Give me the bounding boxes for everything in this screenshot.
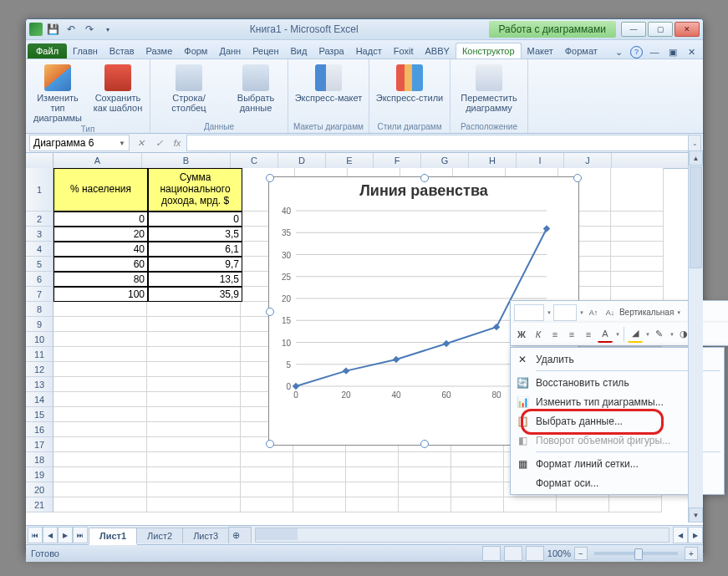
- cell[interactable]: 9,7: [148, 257, 242, 272]
- row-header[interactable]: 12: [26, 362, 53, 377]
- cell[interactable]: 6,1: [148, 242, 242, 257]
- vertical-scrollbar[interactable]: ▲ ▼: [688, 150, 703, 522]
- shrink-font-icon[interactable]: A↓: [603, 305, 618, 320]
- sheet-tab[interactable]: Лист1: [89, 528, 137, 545]
- cell[interactable]: [293, 467, 346, 482]
- cell[interactable]: [53, 302, 147, 317]
- qat-undo-icon[interactable]: ↶: [63, 21, 79, 38]
- cell[interactable]: [241, 467, 293, 482]
- cell[interactable]: [53, 497, 147, 512]
- view-pagelayout-icon[interactable]: [504, 546, 522, 561]
- sheet-nav-first-icon[interactable]: ⏮: [28, 527, 43, 543]
- row-header[interactable]: 9: [26, 317, 53, 332]
- zoom-in-icon[interactable]: +: [685, 547, 698, 560]
- sheet-nav-prev-icon[interactable]: ◀: [43, 527, 58, 543]
- scroll-up-icon[interactable]: ▲: [689, 150, 703, 166]
- help-icon[interactable]: ?: [630, 46, 643, 59]
- cell[interactable]: [346, 467, 399, 482]
- align-left-icon[interactable]: ≡: [547, 327, 563, 342]
- font-color-icon[interactable]: A: [598, 326, 613, 343]
- italic-icon[interactable]: К: [531, 327, 546, 342]
- row-header[interactable]: 17: [26, 437, 53, 452]
- cell[interactable]: 100: [53, 287, 148, 302]
- cell[interactable]: [53, 347, 147, 362]
- tab-addins[interactable]: Надст: [350, 43, 388, 59]
- cell[interactable]: [147, 482, 241, 497]
- row-header[interactable]: 8: [26, 302, 53, 317]
- move-chart-button[interactable]: Переместить диаграмму: [456, 64, 522, 113]
- cell[interactable]: [147, 407, 241, 422]
- cell[interactable]: [451, 452, 504, 467]
- view-normal-icon[interactable]: [482, 546, 501, 561]
- cell[interactable]: 80: [53, 272, 148, 287]
- cell[interactable]: [53, 452, 147, 467]
- tab-layout[interactable]: Разме: [140, 43, 179, 59]
- row-header[interactable]: 13: [26, 377, 53, 392]
- tab-chart-layout[interactable]: Макет: [522, 43, 559, 59]
- qat-save-icon[interactable]: 💾: [44, 21, 61, 38]
- cell[interactable]: [53, 392, 147, 407]
- row-header[interactable]: 19: [26, 467, 53, 482]
- cell[interactable]: [609, 497, 662, 512]
- tab-abbyy[interactable]: ABBY: [420, 43, 456, 59]
- cell[interactable]: [611, 227, 664, 242]
- cell[interactable]: [241, 482, 293, 497]
- sheet-tab[interactable]: Лист2: [136, 528, 183, 543]
- cell[interactable]: [293, 482, 346, 497]
- switch-rowcol-button[interactable]: Строка/столбец: [155, 64, 222, 113]
- cell[interactable]: [53, 422, 147, 437]
- mini-font-family[interactable]: [514, 304, 544, 321]
- col-header[interactable]: F: [374, 153, 421, 168]
- outline-icon[interactable]: ✎: [652, 327, 667, 342]
- cell[interactable]: [147, 392, 241, 407]
- cell[interactable]: [611, 272, 664, 287]
- zoom-level[interactable]: 100%: [547, 548, 571, 558]
- row-header[interactable]: 11: [26, 347, 53, 362]
- doc-restore-icon[interactable]: ▣: [666, 45, 680, 59]
- col-header[interactable]: C: [231, 153, 278, 168]
- zoom-out-icon[interactable]: −: [574, 547, 588, 560]
- cell[interactable]: [241, 497, 293, 512]
- maximize-button[interactable]: ▢: [648, 22, 673, 37]
- cell[interactable]: [147, 362, 241, 377]
- row-header[interactable]: 5: [26, 257, 53, 272]
- col-header[interactable]: A: [53, 153, 142, 168]
- row-header[interactable]: 4: [26, 242, 53, 257]
- cell[interactable]: [241, 452, 293, 467]
- sheet-nav-next-icon[interactable]: ▶: [58, 527, 73, 543]
- cell[interactable]: [147, 347, 241, 362]
- ribbon-minimize-icon[interactable]: ⌄: [612, 45, 625, 59]
- cell[interactable]: [504, 497, 557, 512]
- cell[interactable]: [611, 257, 664, 272]
- row-header[interactable]: 6: [26, 272, 53, 287]
- select-all-corner[interactable]: [26, 153, 53, 168]
- row-header[interactable]: 16: [26, 422, 53, 437]
- cell[interactable]: 13,5: [148, 272, 242, 287]
- close-button[interactable]: ✕: [675, 22, 700, 37]
- new-sheet-icon[interactable]: ⊕: [228, 527, 252, 543]
- chart-handle[interactable]: [420, 440, 429, 448]
- col-header[interactable]: I: [517, 153, 564, 168]
- cell[interactable]: [399, 452, 451, 467]
- cell[interactable]: [147, 422, 241, 437]
- change-chart-type-button[interactable]: Изменить тип диаграммы: [31, 64, 84, 123]
- col-header[interactable]: H: [469, 153, 517, 168]
- tab-foxit[interactable]: Foxit: [388, 43, 420, 59]
- scroll-thumb[interactable]: [690, 166, 702, 268]
- cell[interactable]: [53, 362, 147, 377]
- chart-handle[interactable]: [266, 440, 274, 448]
- minimize-button[interactable]: —: [621, 22, 646, 37]
- cell[interactable]: [293, 452, 346, 467]
- cell[interactable]: [399, 497, 451, 512]
- tab-developer[interactable]: Разра: [313, 43, 349, 59]
- sheet-nav-last-icon[interactable]: ⏭: [73, 527, 88, 543]
- cell[interactable]: [451, 467, 504, 482]
- formula-input[interactable]: [186, 135, 688, 151]
- cell[interactable]: [53, 482, 147, 497]
- save-template-button[interactable]: Сохранить как шаблон: [91, 64, 145, 113]
- cell[interactable]: [147, 497, 241, 512]
- row-header[interactable]: 18: [26, 452, 53, 467]
- chart-handle[interactable]: [266, 174, 274, 182]
- tab-data[interactable]: Данн: [213, 43, 247, 59]
- tab-insert[interactable]: Встав: [104, 43, 140, 59]
